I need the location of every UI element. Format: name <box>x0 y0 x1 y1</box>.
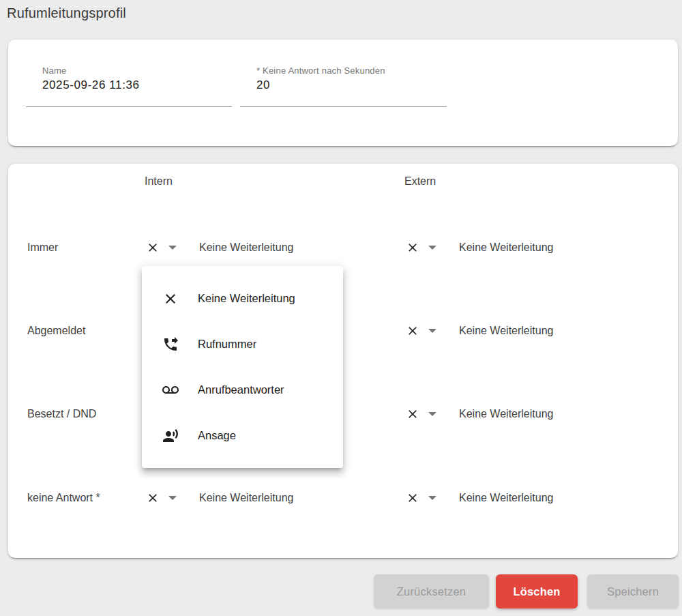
close-icon <box>406 241 419 254</box>
close-icon <box>146 491 160 505</box>
menu-item-label: Ansage <box>198 429 236 442</box>
select-value: Keine Weiterleitung <box>459 492 553 504</box>
chevron-down-icon <box>428 496 436 500</box>
close-icon <box>406 407 419 421</box>
menu-item-label: Anrufbeantworter <box>198 383 284 396</box>
select-besetzt-extern[interactable]: Keine Weiterleitung <box>406 406 553 422</box>
column-header-intern: Intern <box>145 175 173 188</box>
select-value: Keine Weiterleitung <box>199 492 293 504</box>
no-answer-seconds-label: * Keine Antwort nach Sekunden <box>256 65 447 76</box>
select-value: Keine Weiterleitung <box>459 325 553 337</box>
record-voice-over-icon <box>162 428 179 444</box>
menu-item-anrufbeantworter[interactable]: Anrufbeantworter <box>142 367 343 413</box>
row-label-besetzt-dnd: Besetzt / DND <box>27 406 96 422</box>
menu-item-ansage[interactable]: Ansage <box>142 413 343 458</box>
chevron-down-icon <box>168 496 177 500</box>
close-icon <box>406 324 419 338</box>
chevron-down-icon <box>168 246 177 250</box>
phone-forwarded-icon <box>162 336 179 353</box>
chevron-down-icon <box>428 412 436 416</box>
select-abgemeldet-extern[interactable]: Keine Weiterleitung <box>406 323 553 339</box>
row-label-abgemeldet: Abgemeldet <box>27 323 85 339</box>
menu-item-keine-weiterleitung[interactable]: Keine Weiterleitung <box>142 276 343 321</box>
reset-button[interactable]: Zurücksetzen <box>374 574 489 608</box>
no-answer-seconds-field: * Keine Antwort nach Sekunden <box>240 65 447 107</box>
row-label-immer: Immer <box>27 239 58 256</box>
page-title: Rufumleitungsprofil <box>7 5 126 21</box>
select-value: Keine Weiterleitung <box>199 241 293 254</box>
name-field: Name <box>26 65 232 107</box>
select-keine-antwort-intern[interactable]: Keine Weiterleitung <box>146 490 293 506</box>
close-icon <box>146 241 160 254</box>
select-value: Keine Weiterleitung <box>459 241 553 254</box>
menu-item-label: Keine Weiterleitung <box>198 292 295 305</box>
name-input[interactable] <box>42 78 232 92</box>
profile-card: Name * Keine Antwort nach Sekunden <box>8 40 678 146</box>
chevron-down-icon <box>428 246 436 250</box>
chevron-down-icon <box>428 329 436 333</box>
close-icon <box>162 291 179 307</box>
no-answer-seconds-input[interactable] <box>256 78 447 92</box>
forwarding-card: Intern Extern Immer Keine Weiterleitung … <box>8 164 678 558</box>
forwarding-type-menu: Keine Weiterleitung Rufnummer Anrufbeant… <box>142 266 343 468</box>
menu-item-rufnummer[interactable]: Rufnummer <box>142 321 343 367</box>
select-value: Keine Weiterleitung <box>459 408 553 420</box>
select-immer-intern[interactable]: Keine Weiterleitung <box>146 239 293 256</box>
delete-button[interactable]: Löschen <box>496 574 578 608</box>
column-header-extern: Extern <box>404 175 436 188</box>
name-field-label: Name <box>42 65 232 76</box>
select-keine-antwort-extern[interactable]: Keine Weiterleitung <box>406 490 553 506</box>
save-button[interactable]: Speichern <box>587 574 679 608</box>
voicemail-icon <box>162 382 179 398</box>
menu-item-label: Rufnummer <box>198 338 256 351</box>
select-immer-extern[interactable]: Keine Weiterleitung <box>406 239 553 256</box>
close-icon <box>406 491 419 505</box>
footer-actions: Zurücksetzen Löschen Speichern <box>0 574 679 608</box>
row-label-keine-antwort: keine Antwort * <box>27 490 100 506</box>
